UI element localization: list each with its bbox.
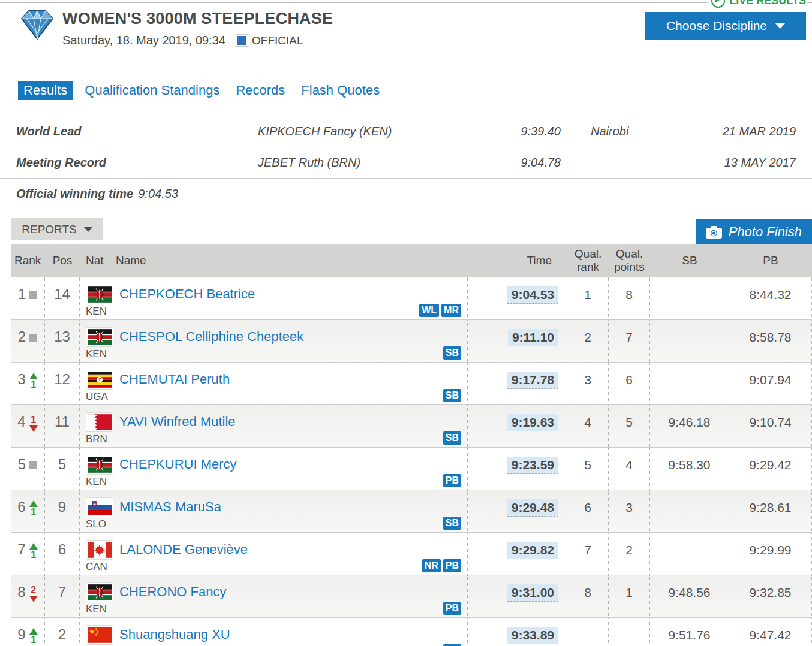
athlete-link[interactable]: CHERONO Fancy (119, 584, 226, 600)
athlete-link[interactable]: LALONDE Geneviève (119, 542, 248, 557)
sb-cell: 9:48.56 (650, 575, 729, 617)
photo-finish-button[interactable]: Photo Finish (696, 219, 812, 244)
official-label: OFFICIAL (252, 34, 303, 47)
diamond-league-logo-icon (18, 7, 56, 44)
pb-cell: 9:47.42 (729, 618, 812, 646)
time-cell: 9:11.10 (468, 320, 567, 362)
nat-cell: KEN (86, 455, 113, 488)
rank-down-icon: 2 (29, 585, 38, 602)
sb-cell (650, 533, 729, 575)
winning-time-value: 9:04.53 (138, 187, 178, 200)
tab-results[interactable]: Results (18, 81, 73, 100)
camera-icon (706, 226, 722, 239)
qual-rank-cell: 1 (567, 277, 609, 319)
pb-cell: 9:29.42 (729, 448, 812, 490)
pb-cell: 8:58.78 (729, 320, 812, 362)
rank-up-icon: 1 (29, 628, 38, 645)
rank-cell: 31 (11, 363, 45, 404)
tab-qualification-standings[interactable]: Qualification Standings (85, 83, 219, 98)
record-badge-pb: PB (443, 474, 461, 487)
sb-cell (650, 490, 729, 532)
badge-group: NRPB (422, 559, 461, 572)
pb-cell: 9:29.99 (729, 533, 812, 575)
col-qual-rank: Qual. rank (567, 247, 609, 274)
record-badge-sb: SB (443, 517, 461, 530)
athlete-link[interactable]: CHEMUTAI Peruth (119, 372, 230, 387)
flag-chn-icon (86, 625, 113, 645)
rank-down-icon: 1 (29, 415, 38, 432)
rank-cell: 2 (11, 320, 45, 362)
top-divider (0, 2, 812, 3)
qual-rank-cell: 7 (567, 533, 609, 575)
badge-group: WLMR (419, 304, 461, 317)
time-value[interactable]: 9:23.59 (507, 457, 558, 474)
results-page: LIVE RESULTS WOMEN'S 3000M STEEPLECHASE (0, 0, 812, 646)
time-cell: 9:33.89 (468, 618, 567, 646)
col-rank: Rank (11, 254, 45, 267)
time-value[interactable]: 9:29.82 (507, 542, 558, 559)
rank-unchanged-icon (29, 291, 37, 299)
qual-rank-cell: 3 (567, 363, 609, 404)
rank-cell: 1 (11, 277, 45, 319)
table-header: Rank Pos Nat Name Time Qual. rank Qual. … (11, 244, 812, 277)
nat-cell: KEN (86, 582, 113, 615)
rank-unchanged-icon (29, 334, 37, 342)
live-results-link[interactable]: LIVE RESULTS (708, 0, 807, 9)
athlete-link[interactable]: CHESPOL Celliphine Chepteek (119, 329, 303, 345)
qual-points-cell (609, 618, 650, 646)
nat-code: KEN (86, 348, 107, 360)
reports-button[interactable]: REPORTS (11, 218, 103, 240)
tab-records[interactable]: Records (236, 83, 285, 98)
qual-points-cell: 2 (609, 533, 650, 575)
nat-cell: BRN (86, 412, 113, 445)
winning-time-label: Official winning time (16, 187, 133, 200)
table-row: 91 2 CHN Shuangshuang XU PB 9:33.89 9:51… (11, 617, 812, 646)
rank-cell: 61 (11, 490, 45, 532)
qual-rank-cell: 4 (567, 405, 609, 447)
rank-cell: 91 (11, 618, 45, 646)
table-row: 61 9 SLO MISMAS MaruSa SB 9:29.48 6 3 9:… (11, 490, 812, 532)
pos-cell: 2 (45, 618, 80, 646)
name-cell: KEN CHEPKURUI Mercy PB (80, 448, 468, 490)
sb-cell (650, 363, 729, 404)
event-datetime: Saturday, 18. May 2019, 09:34 (62, 34, 225, 47)
record-venue: Nairobi (561, 125, 699, 138)
time-cell: 9:19.63 (468, 405, 567, 447)
table-row: 41 11 BRN YAVI Winfred Mutile SB 9:19.63… (11, 404, 812, 447)
table-row: 1 14 KEN CHEPKOECH Beatrice WLMR 9:04.53… (11, 277, 812, 319)
athlete-link[interactable]: Shuangshuang XU (119, 627, 230, 642)
choose-discipline-button[interactable]: Choose Discipline (645, 12, 806, 40)
time-value[interactable]: 9:04.53 (507, 286, 558, 304)
record-badge-sb: SB (443, 431, 461, 445)
tab-flash-quotes[interactable]: Flash Quotes (301, 83, 380, 98)
time-value[interactable]: 9:29.48 (507, 499, 558, 517)
time-value[interactable]: 9:11.10 (508, 329, 558, 346)
world-lead-row: World Lead KIPKOECH Fancy (KEN) 9:39.40 … (0, 116, 812, 147)
time-value[interactable]: 9:19.63 (507, 414, 558, 431)
tab-bar: Results Qualification Standings Records … (18, 81, 396, 100)
time-value[interactable]: 9:31.00 (507, 584, 558, 602)
nat-cell: KEN (86, 285, 113, 318)
record-athlete: JEBET Ruth (BRN) (258, 156, 456, 170)
live-results-label: LIVE RESULTS (729, 0, 806, 7)
athlete-link[interactable]: MISMAS MaruSa (119, 499, 221, 515)
record-badge-pb: PB (443, 559, 461, 572)
athlete-link[interactable]: YAVI Winfred Mutile (119, 414, 236, 430)
sb-cell: 9:51.76 (650, 618, 729, 646)
rank-up-icon: 1 (29, 373, 38, 390)
col-pb: PB (729, 254, 812, 267)
pos-cell: 9 (45, 490, 80, 532)
time-cell: 9:31.00 (468, 575, 567, 617)
rank-cell: 5 (11, 448, 45, 490)
choose-discipline-label: Choose Discipline (666, 19, 767, 33)
time-value[interactable]: 9:17.78 (507, 372, 558, 389)
athlete-link[interactable]: CHEPKURUI Mercy (119, 457, 237, 472)
record-badge-sb: SB (443, 389, 461, 402)
records-section: World Lead KIPKOECH Fancy (KEN) 9:39.40 … (0, 116, 812, 179)
time-value[interactable]: 9:33.89 (507, 627, 558, 644)
rank-up-icon: 1 (29, 543, 38, 560)
flag-can-icon (86, 540, 113, 560)
time-cell: 9:17.78 (468, 363, 567, 404)
athlete-link[interactable]: CHEPKOECH Beatrice (119, 286, 255, 302)
record-date: 13 MAY 2017 (699, 156, 796, 170)
